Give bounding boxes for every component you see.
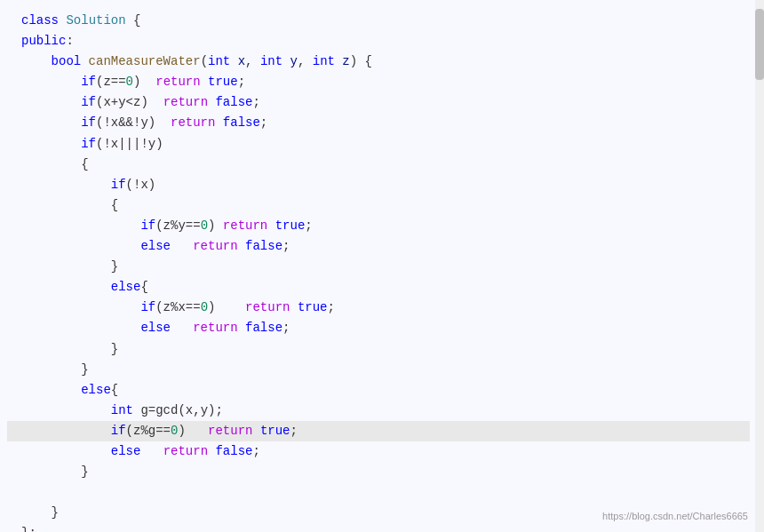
code-line: { — [7, 155, 750, 175]
code-line: class Solution { — [7, 11, 750, 31]
code-line: if(z==0) return true; — [7, 72, 750, 92]
scrollbar-thumb[interactable] — [755, 9, 764, 80]
code-line: if(z%g==0) return true; — [7, 421, 750, 441]
code-line: int g=gcd(x,y); — [7, 401, 750, 421]
code-line — [7, 482, 750, 503]
code-line: else return false; — [7, 441, 750, 462]
code-line: if(z%y==0) return true; — [7, 216, 750, 236]
code-editor: class Solution {public:bool canMeasureWa… — [0, 0, 764, 532]
code-line: } — [7, 339, 750, 360]
code-line: if(!x) — [7, 175, 750, 195]
code-line: } — [7, 462, 750, 482]
code-line: if(x+y<z) return false; — [7, 92, 750, 113]
code-line: else return false; — [7, 236, 750, 257]
watermark: https://blog.csdn.net/Charles6665 — [602, 509, 748, 525]
code-line: { — [7, 195, 750, 216]
code-line: else{ — [7, 277, 750, 298]
scrollbar[interactable] — [755, 0, 764, 532]
code-line: if(!x&&!y) return false; — [7, 113, 750, 133]
code-line: } — [7, 360, 750, 380]
code-line: if(z%x==0) return true; — [7, 298, 750, 318]
code-line: else return false; — [7, 318, 750, 338]
code-line: public: — [7, 31, 750, 52]
code-line: if(!x|||!y) — [7, 134, 750, 155]
code-line: bool canMeasureWater(int x, int y, int z… — [7, 52, 750, 72]
code-content: class Solution {public:bool canMeasureWa… — [0, 7, 764, 532]
code-line: else{ — [7, 380, 750, 401]
code-line: } — [7, 257, 750, 277]
